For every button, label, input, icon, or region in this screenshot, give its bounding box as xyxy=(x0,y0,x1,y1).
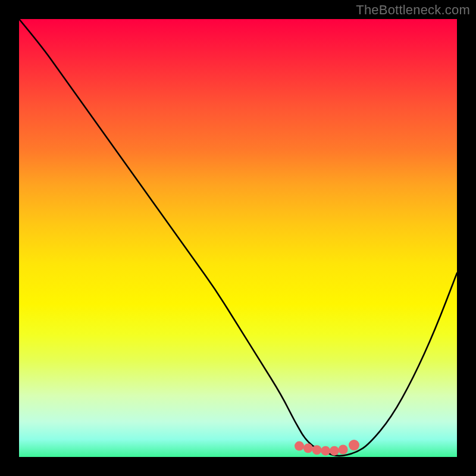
marker-dot xyxy=(312,445,322,455)
marker-dot xyxy=(349,440,359,450)
plot-area xyxy=(19,19,457,457)
watermark-text: TheBottleneck.com xyxy=(356,2,470,18)
bottleneck-curve xyxy=(19,19,457,456)
bottleneck-plot-svg xyxy=(19,19,457,457)
marker-dot xyxy=(303,443,313,453)
marker-dot xyxy=(295,441,304,451)
marker-dot xyxy=(321,446,330,456)
active-range-markers xyxy=(295,440,359,456)
chart-frame: TheBottleneck.com xyxy=(0,0,476,476)
marker-dot xyxy=(330,446,339,456)
marker-dot xyxy=(339,445,348,455)
